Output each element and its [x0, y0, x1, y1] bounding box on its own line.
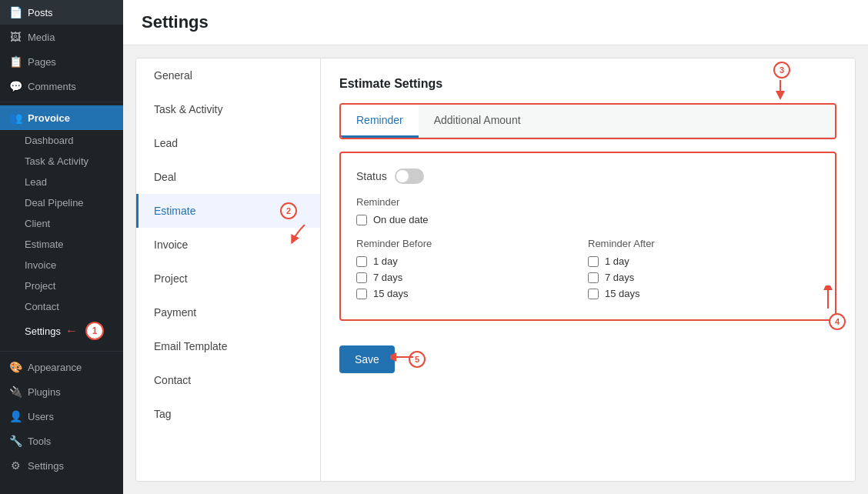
plugins-icon: 🔌 [9, 386, 22, 398]
settings-nav-contact[interactable]: Contact [136, 363, 320, 397]
sidebar-subitem-client[interactable]: Client [0, 213, 123, 234]
after-1day-label: 1 day [605, 255, 629, 267]
after-7days-row: 7 days [588, 272, 820, 283]
settings-nav-tag[interactable]: Tag [136, 397, 320, 431]
settings-nav-task-activity[interactable]: Task & Activity [136, 92, 320, 126]
sidebar-item-settings-wp[interactable]: ⚙ Settings [0, 453, 123, 478]
posts-icon: 📄 [9, 6, 22, 18]
before-1day-checkbox[interactable] [356, 256, 367, 267]
settings-nav-general[interactable]: General [136, 58, 320, 92]
sidebar-item-pages[interactable]: 📋 Pages [0, 49, 123, 74]
before-1day-label: 1 day [373, 255, 398, 267]
sidebar-subitem-dashboard[interactable]: Dashboard [0, 130, 123, 151]
settings-nav-invoice[interactable]: Invoice [136, 228, 320, 262]
before-15days-checkbox[interactable] [356, 289, 367, 299]
annotation-5: 5 [409, 351, 426, 368]
sidebar-subitem-task-activity[interactable]: Task & Activity [0, 151, 123, 172]
content-layout: General Task & Activity Lead Deal Estima… [135, 58, 856, 482]
before-7days-row: 7 days [356, 272, 588, 283]
status-toggle[interactable] [395, 169, 424, 184]
reminder-section-label: Reminder [356, 196, 820, 208]
sidebar-subitem-estimate[interactable]: Estimate [0, 234, 123, 255]
sidebar-item-tools[interactable]: 🔧 Tools [0, 429, 123, 453]
users-icon: 👤 [9, 410, 22, 422]
annotation-3: 3 [773, 62, 790, 78]
appearance-icon: 🎨 [9, 361, 22, 373]
tab-additional-amount[interactable]: Additional Amount [419, 105, 536, 138]
reminder-before-title: Reminder Before [356, 238, 588, 249]
reminder-before-col: Reminder Before 1 day 7 days [356, 238, 588, 304]
reminder-content: Status Reminder On due date [339, 152, 836, 321]
sidebar-subitem-project[interactable]: Project [0, 275, 123, 296]
status-row: Status [356, 169, 820, 184]
main-content: Settings General Task & Activity Lead De… [123, 0, 868, 494]
pages-icon: 📋 [9, 55, 22, 68]
after-7days-label: 7 days [605, 272, 634, 283]
sidebar-subitem-invoice[interactable]: Invoice [0, 255, 123, 275]
sidebar-item-users[interactable]: 👤 Users [0, 404, 123, 429]
tools-icon: 🔧 [9, 435, 22, 447]
before-15days-label: 15 days [373, 288, 409, 299]
settings-nav-project[interactable]: Project [136, 262, 320, 295]
after-15days-checkbox[interactable] [588, 289, 599, 299]
sidebar-item-media[interactable]: 🖼 Media [0, 25, 123, 49]
sidebar-item-provoice[interactable]: 👥 Provoice [0, 105, 123, 130]
tabs-container: Reminder Additional Amount [339, 103, 836, 139]
save-button[interactable]: Save [339, 345, 395, 373]
settings-nav-estimate[interactable]: Estimate 2 [136, 194, 320, 228]
settings-nav-payment[interactable]: Payment [136, 295, 320, 329]
reminder-after-col: Reminder After 1 day 7 days [588, 238, 820, 304]
reminder-columns: Reminder Before 1 day 7 days [356, 238, 820, 304]
sidebar-subitem-deal-pipeline[interactable]: Deal Pipeline [0, 192, 123, 213]
settings-nav-deal[interactable]: Deal [136, 160, 320, 194]
sidebar-subitem-lead[interactable]: Lead [0, 172, 123, 192]
after-7days-checkbox[interactable] [588, 272, 599, 283]
after-1day-row: 1 day [588, 255, 820, 267]
on-due-date-label: On due date [373, 214, 429, 225]
settings-nav-email-template[interactable]: Email Template [136, 329, 320, 363]
sidebar-item-posts[interactable]: 📄 Posts [0, 0, 123, 25]
settings-nav-lead[interactable]: Lead [136, 126, 320, 160]
reminder-after-title: Reminder After [588, 238, 820, 249]
before-7days-checkbox[interactable] [356, 272, 367, 283]
sidebar-item-appearance[interactable]: 🎨 Appearance [0, 355, 123, 379]
wordpress-sidebar: 📄 Posts 🖼 Media 📋 Pages 💬 Comments 👥 Pro… [0, 0, 123, 494]
annotation-2: 2 [280, 202, 297, 219]
annotation-4: 4 [829, 313, 846, 330]
provoice-icon: 👥 [9, 112, 22, 124]
settings-sidebar: General Task & Activity Lead Deal Estima… [136, 58, 321, 481]
status-label: Status [356, 170, 387, 182]
on-due-date-row: On due date [356, 214, 820, 225]
sidebar-subitem-contact[interactable]: Contact [0, 296, 123, 317]
sidebar-item-comments[interactable]: 💬 Comments [0, 74, 123, 98]
before-1day-row: 1 day [356, 255, 588, 267]
tabs-header: Reminder Additional Amount [341, 105, 835, 138]
comments-icon: 💬 [9, 80, 22, 92]
after-15days-label: 15 days [605, 288, 640, 299]
on-due-date-checkbox[interactable] [356, 215, 367, 225]
tab-reminder[interactable]: Reminder [341, 105, 419, 138]
annotation-1: 1 [85, 322, 104, 340]
settings-main-panel: Estimate Settings 3 Reminder [321, 58, 855, 481]
media-icon: 🖼 [9, 31, 22, 43]
after-15days-row: 15 days [588, 288, 820, 299]
page-title: Settings [142, 12, 850, 32]
reminder-section: Reminder On due date [356, 196, 820, 225]
estimate-settings-title: Estimate Settings [339, 77, 836, 91]
before-7days-label: 7 days [373, 272, 402, 283]
top-bar: Settings [123, 0, 868, 45]
sidebar-subitem-settings[interactable]: Settings ← 1 [0, 317, 123, 345]
settings-wp-icon: ⚙ [9, 459, 22, 472]
after-1day-checkbox[interactable] [588, 256, 599, 267]
settings-arrow-icon: ← [65, 324, 78, 338]
before-15days-row: 15 days [356, 288, 588, 299]
sidebar-item-plugins[interactable]: 🔌 Plugins [0, 379, 123, 404]
